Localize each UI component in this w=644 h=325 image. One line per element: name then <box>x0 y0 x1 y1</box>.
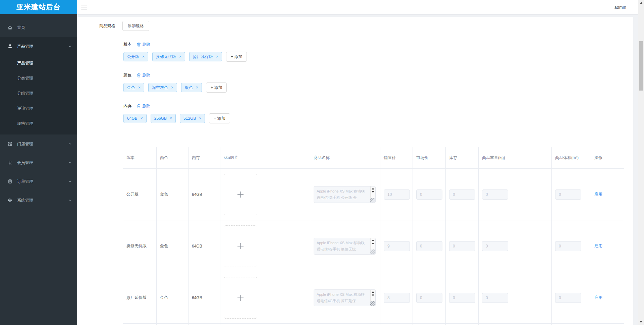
tag-chip[interactable]: 512GB <box>180 114 205 123</box>
add-tag-button[interactable]: + 添加 <box>209 113 230 123</box>
tag-close-icon[interactable] <box>196 86 198 90</box>
tag-row-memory: 64GB 256GB 512GB + 添加 <box>123 113 633 123</box>
market-price-input[interactable] <box>416 293 442 303</box>
volume-input[interactable] <box>555 189 581 200</box>
col-header-sale-price: 销售价 <box>380 147 413 169</box>
delete-group-link[interactable]: 删除 <box>137 42 150 47</box>
product-name-textarea[interactable]: Apple iPhone XS Max 移动联通电信4G手机 换修无忧 <box>314 238 376 255</box>
market-price-input[interactable] <box>416 189 442 200</box>
tag-chip[interactable]: 公开版 <box>123 52 148 61</box>
tag-chip[interactable]: 深空灰色 <box>148 83 177 92</box>
table-row <box>123 324 624 325</box>
sku-image-upload[interactable] <box>224 174 257 215</box>
tag-close-icon[interactable] <box>170 116 172 120</box>
tag-chip[interactable]: 金色 <box>123 83 144 92</box>
sku-image-upload[interactable] <box>224 277 257 319</box>
sku-image-upload[interactable] <box>224 225 257 267</box>
tag-label: 金色 <box>127 85 135 91</box>
plus-icon <box>236 242 245 250</box>
sale-price-input[interactable] <box>384 189 410 200</box>
col-header-memory: 内存 <box>189 147 220 169</box>
cell-memory: 64GB <box>189 169 220 220</box>
cell-memory: 64GB <box>189 272 220 324</box>
col-header-color: 颜色 <box>157 147 189 169</box>
tag-close-icon[interactable] <box>138 86 141 90</box>
group-name: 颜色 <box>123 72 131 78</box>
sale-price-input[interactable] <box>384 241 410 251</box>
tag-chip[interactable]: 换修无忧版 <box>152 52 185 61</box>
sidebar-subitem-category-management[interactable]: 分类管理 <box>0 71 77 86</box>
scroll-up-arrow-icon[interactable] <box>640 2 643 4</box>
weight-input[interactable] <box>482 293 508 303</box>
sidebar-subitem-comment-management[interactable]: 评论管理 <box>0 101 77 116</box>
product-name-textarea[interactable]: Apple iPhone XS Max 移动联通电信4G手机 原厂延保 <box>314 289 376 306</box>
content-area: 商品规格 添加规格 版本 删除 公开版 <box>77 14 638 325</box>
product-name-text: Apple iPhone XS Max 移动联通电信4G手机 换修无忧 <box>314 238 366 254</box>
stock-input[interactable] <box>449 189 475 200</box>
market-price-input[interactable] <box>416 241 442 251</box>
stock-input[interactable] <box>449 241 475 251</box>
chevron-down-icon <box>68 199 72 202</box>
volume-input[interactable] <box>555 241 581 251</box>
resize-grip-icon[interactable] <box>370 198 375 203</box>
tag-chip[interactable]: 原厂延保版 <box>189 52 222 61</box>
add-tag-button[interactable]: + 添加 <box>206 83 227 93</box>
col-header-action: 操作 <box>591 147 624 169</box>
col-header-name: 商品名称 <box>310 147 380 169</box>
tag-chip[interactable]: 银色 <box>181 83 202 92</box>
sidebar-item-order-management[interactable]: 订单管理 <box>0 172 77 191</box>
page-scrollbar[interactable] <box>638 0 644 325</box>
resize-grip-icon[interactable] <box>370 301 375 306</box>
sidebar-item-label: 系统管理 <box>17 198 68 203</box>
hamburger-menu-icon[interactable] <box>81 5 87 9</box>
tag-close-icon[interactable] <box>171 86 173 90</box>
chevron-up-icon <box>68 45 72 48</box>
product-name-textarea[interactable]: Apple iPhone XS Max 移动联通电信4G手机 公开版 金 <box>314 186 376 203</box>
col-header-market-price: 市场价 <box>413 147 446 169</box>
delete-group-link[interactable]: 删除 <box>137 72 150 78</box>
scrollbar-thumb[interactable] <box>639 41 643 91</box>
group-name: 内存 <box>123 103 131 109</box>
tag-close-icon[interactable] <box>179 55 181 59</box>
sidebar-subitem-group-management[interactable]: 分组管理 <box>0 86 77 101</box>
sidebar-subitem-spec-management[interactable]: 规格管理 <box>0 116 77 131</box>
add-spec-button[interactable]: 添加规格 <box>122 21 149 31</box>
tag-close-icon[interactable] <box>142 55 145 59</box>
volume-input[interactable] <box>555 293 581 303</box>
current-user[interactable]: admin <box>614 5 626 10</box>
sidebar-item-product-management[interactable]: 产品管理 <box>0 37 77 56</box>
tag-close-icon[interactable] <box>216 55 218 59</box>
weight-input[interactable] <box>482 241 508 251</box>
sidebar-item-home[interactable]: 首页 <box>0 18 77 37</box>
scroll-down-arrow-icon[interactable] <box>640 321 642 323</box>
add-tag-button[interactable]: + 添加 <box>226 52 247 62</box>
enable-link[interactable]: 启用 <box>594 192 602 197</box>
tag-close-icon[interactable] <box>199 116 201 120</box>
sidebar-subitem-product-management[interactable]: 产品管理 <box>0 56 77 71</box>
tag-label: 换修无忧版 <box>156 54 176 60</box>
sidebar-item-label: 会员管理 <box>17 160 68 166</box>
enable-link[interactable]: 启用 <box>594 243 602 248</box>
trash-icon <box>137 42 142 47</box>
order-icon <box>7 179 13 184</box>
stock-input[interactable] <box>449 293 475 303</box>
user-icon <box>7 44 13 49</box>
tag-label: 公开版 <box>127 54 139 60</box>
sidebar-item-system-management[interactable]: 系统管理 <box>0 191 77 210</box>
cell-memory: 64GB <box>189 220 220 272</box>
sidebar-item-member-management[interactable]: 会员管理 <box>0 153 77 172</box>
resize-grip-icon[interactable] <box>370 250 375 254</box>
sale-price-input[interactable] <box>384 293 410 303</box>
tag-chip[interactable]: 64GB <box>123 114 147 123</box>
tag-close-icon[interactable] <box>141 116 143 120</box>
tag-chip[interactable]: 256GB <box>151 114 176 123</box>
tag-label: 512GB <box>183 116 196 121</box>
enable-link[interactable]: 启用 <box>594 295 602 300</box>
delete-group-link[interactable]: 删除 <box>137 103 150 109</box>
delete-label: 删除 <box>142 103 150 109</box>
weight-input[interactable] <box>482 189 508 200</box>
sku-table-wrap: 版本 颜色 内存 sku图片 商品名称 销售价 市场价 库存 商品重量(kg) … <box>123 147 633 325</box>
sidebar-item-store-management[interactable]: 门店管理 <box>0 134 77 153</box>
tag-row-version: 公开版 换修无忧版 原厂延保版 + 添加 <box>123 52 633 62</box>
product-name-text: Apple iPhone XS Max 移动联通电信4G手机 公开版 金 <box>314 186 366 203</box>
